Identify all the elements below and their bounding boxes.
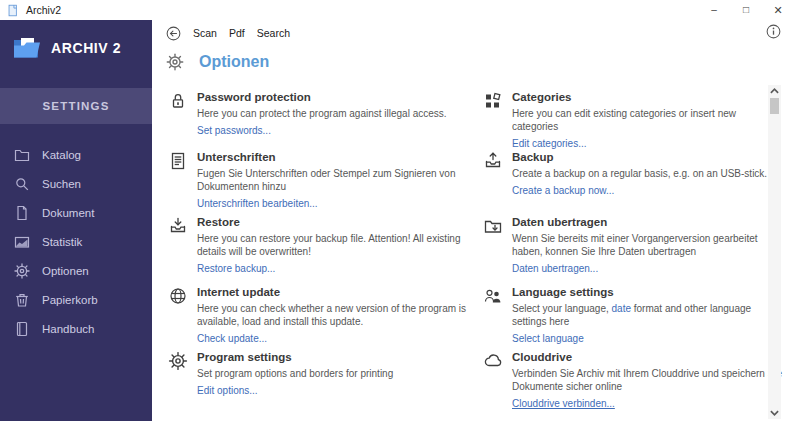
option-title: Program settings <box>197 350 393 364</box>
backup-icon <box>483 151 503 171</box>
restore-backup-link[interactable]: Restore backup... <box>197 263 275 274</box>
app-icon <box>7 4 20 17</box>
select-language-link[interactable]: Select language <box>512 333 584 344</box>
sidebar-item-label: Handbuch <box>42 323 94 335</box>
gear-icon <box>14 263 30 279</box>
maximize-button[interactable]: □ <box>730 0 762 20</box>
language-icon <box>483 286 503 306</box>
option-password-protection: Password protection Here you can protect… <box>168 90 483 138</box>
option-title: Internet update <box>197 285 479 299</box>
settings-label: SETTINGS <box>42 100 109 112</box>
page-title: Optionen <box>199 53 269 71</box>
option-description: Here you can check whether a new version… <box>197 302 479 328</box>
option-description: Set program options and borders for prin… <box>197 367 393 380</box>
option-description: Here you can edit existing categories or… <box>512 107 783 133</box>
sidebar-item-label: Statistik <box>42 236 82 248</box>
option-unterschriften: Unterschriften Fugen Sie Unterschriften … <box>168 150 483 211</box>
option-title: Unterschriften <box>197 150 479 164</box>
option-internet-update: Internet update Here you can check wheth… <box>168 285 483 346</box>
document-icon <box>14 205 30 221</box>
edit-options-link[interactable]: Edit options... <box>197 385 258 396</box>
lock-icon <box>168 91 188 111</box>
set-passwords-link[interactable]: Set passwords... <box>197 125 271 136</box>
menubar: Scan Pdf Search <box>166 20 290 46</box>
edit-categories-link[interactable]: Edit categories... <box>512 138 586 149</box>
folder-logo-icon <box>12 35 42 60</box>
window-controls: – □ ✕ <box>698 0 794 20</box>
info-icon[interactable] <box>766 24 781 39</box>
main-content: Scan Pdf Search Optionen Password protec… <box>152 20 800 421</box>
menu-item-pdf[interactable]: Pdf <box>229 27 245 39</box>
menu-item-search[interactable]: Search <box>257 27 290 39</box>
app-logo: ARCHIV 2 <box>0 20 152 60</box>
trash-icon <box>14 292 30 308</box>
book-icon <box>14 321 30 337</box>
sidebar-item-dokument[interactable]: Dokument <box>0 198 152 227</box>
daten-ubertragen-link[interactable]: Daten ubertragen... <box>512 263 598 274</box>
option-description: Fugen Sie Unterschriften oder Stempel zu… <box>197 167 479 193</box>
sidebar-item-statistik[interactable]: Statistik <box>0 227 152 256</box>
window-title: Archiv2 <box>26 4 61 16</box>
scrollbar[interactable] <box>768 85 781 419</box>
clouddrive-verbinden-link[interactable]: Clouddrive verbinden... <box>512 398 615 409</box>
option-title: Language settings <box>512 285 783 299</box>
sidebar-item-label: Dokument <box>42 207 94 219</box>
option-language-settings: Language settings Select your language, … <box>483 285 783 346</box>
sidebar-item-optionen[interactable]: Optionen <box>0 256 152 285</box>
option-restore: Restore Here you can restore your backup… <box>168 215 483 276</box>
sidebar-item-label: Papierkorb <box>42 294 98 306</box>
sidebar-item-label: Suchen <box>42 178 81 190</box>
option-description: Here you can restore your backup file. A… <box>197 232 479 258</box>
page-header: Optionen <box>166 53 269 71</box>
close-button[interactable]: ✕ <box>762 0 794 20</box>
scrollbar-down-arrow-icon[interactable] <box>768 407 781 419</box>
titlebar: Archiv2 – □ ✕ <box>0 0 800 20</box>
option-title: Daten ubertragen <box>512 215 783 229</box>
gear-icon <box>168 351 188 371</box>
option-daten-ubertragen: Daten ubertragen Wenn Sie bereits mit ei… <box>483 215 783 276</box>
folder-icon <box>14 147 30 163</box>
cloud-icon <box>483 351 503 371</box>
gear-icon <box>166 53 184 71</box>
sidebar-item-suchen[interactable]: Suchen <box>0 169 152 198</box>
back-arrow-icon[interactable] <box>166 26 181 41</box>
transfer-icon <box>483 216 503 236</box>
categories-icon <box>483 91 503 111</box>
globe-icon <box>168 286 188 306</box>
option-description: Create a backup on a regular basis, e.g.… <box>512 167 767 180</box>
option-title: Backup <box>512 150 767 164</box>
option-description: Wenn Sie bereits mit einer Vorgangervers… <box>512 232 783 258</box>
option-title: Clouddrive <box>512 350 783 364</box>
option-title: Restore <box>197 215 479 229</box>
option-program-settings: Program settings Set program options and… <box>168 350 483 398</box>
sidebar-item-katalog[interactable]: Katalog <box>0 140 152 169</box>
sidebar: ARCHIV 2 SETTINGS Katalog Suchen <box>0 20 152 421</box>
search-icon <box>14 176 30 192</box>
minimize-button[interactable]: – <box>698 0 730 20</box>
sidebar-item-papierkorb[interactable]: Papierkorb <box>0 285 152 314</box>
option-title: Categories <box>512 90 783 104</box>
sidebar-item-label: Optionen <box>42 265 89 277</box>
option-categories: Categories Here you can edit existing ca… <box>483 90 783 151</box>
option-clouddrive: Clouddrive Verbinden Sie Archiv mit Ihre… <box>483 350 783 411</box>
option-description: Select your language, date format and ot… <box>512 302 783 328</box>
create-backup-link[interactable]: Create a backup now... <box>512 185 614 196</box>
app-window: Archiv2 – □ ✕ ARCHIV 2 SETTINGS <box>0 0 800 421</box>
option-description: Here you can protect the program against… <box>197 107 447 120</box>
scrollbar-up-arrow-icon[interactable] <box>768 85 781 97</box>
sidebar-nav: Katalog Suchen Dokument Statistik <box>0 140 152 343</box>
option-backup: Backup Create a backup on a regular basi… <box>483 150 783 198</box>
unterschriften-bearbeiten-link[interactable]: Unterschriften bearbeiten... <box>197 198 318 209</box>
app-name: ARCHIV 2 <box>51 40 121 56</box>
chart-icon <box>14 234 30 250</box>
sidebar-item-label: Katalog <box>42 149 81 161</box>
signature-icon <box>168 151 188 171</box>
sidebar-section-settings[interactable]: SETTINGS <box>0 88 152 124</box>
check-update-link[interactable]: Check update... <box>197 333 267 344</box>
scrollbar-thumb[interactable] <box>770 98 779 114</box>
option-description: Verbinden Sie Archiv mit Ihrem Clouddriv… <box>512 367 783 393</box>
sidebar-item-handbuch[interactable]: Handbuch <box>0 314 152 343</box>
menu-item-scan[interactable]: Scan <box>193 27 217 39</box>
restore-icon <box>168 216 188 236</box>
options-grid: Password protection Here you can protect… <box>168 90 783 421</box>
